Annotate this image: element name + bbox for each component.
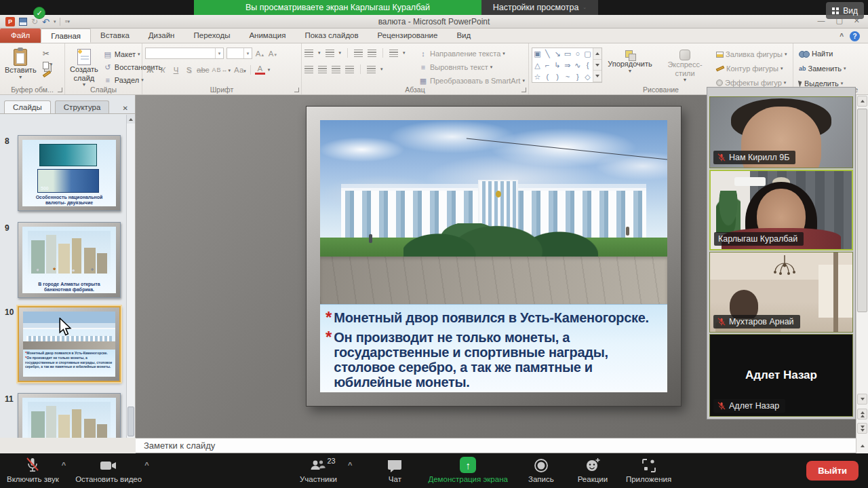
- align-right-icon[interactable]: [332, 66, 340, 73]
- tab-outline[interactable]: Структура: [55, 100, 110, 113]
- line-spacing-icon[interactable]: [389, 50, 398, 57]
- align-center-icon[interactable]: [318, 66, 327, 73]
- shape-icon[interactable]: ▢: [583, 48, 593, 60]
- italic-button[interactable]: К: [158, 66, 168, 74]
- shape-outline-button[interactable]: Контур фигуры▾: [716, 62, 787, 75]
- participants-button[interactable]: 23 Участники: [300, 457, 337, 483]
- align-left-icon[interactable]: [304, 66, 313, 73]
- shape-fill-button[interactable]: Заливка фигуры▾: [716, 48, 787, 60]
- tab-slideshow[interactable]: Показ слайдов: [295, 29, 368, 43]
- shape-icon[interactable]: ⌐: [542, 60, 553, 71]
- view-settings-dropdown[interactable]: Настройки просмотра ⌄: [481, 0, 598, 15]
- vertical-scrollbar[interactable]: [856, 95, 868, 438]
- align-text-button[interactable]: ≡Выровнять текст▾: [418, 61, 525, 73]
- format-painter-icon[interactable]: [43, 71, 51, 77]
- character-spacing-button[interactable]: АВ↔▾: [212, 67, 232, 73]
- gallery-more-button[interactable]: [593, 71, 601, 82]
- shrink-font-button[interactable]: А▼: [268, 50, 278, 58]
- shape-icon[interactable]: (: [542, 71, 553, 82]
- quick-styles-button[interactable]: Экспресс-стили ▼: [658, 46, 712, 89]
- slide-thumbnail-11[interactable]: В городе Алматы открыта банкнотная фабри…: [18, 393, 121, 438]
- leave-meeting-button[interactable]: Выйти: [806, 461, 859, 481]
- ribbon-collapse-icon[interactable]: ^: [840, 33, 844, 40]
- cut-icon[interactable]: ✂: [43, 49, 53, 58]
- tab-transitions[interactable]: Переходы: [184, 29, 239, 43]
- font-name-combobox[interactable]: ▾: [145, 48, 224, 59]
- strikethrough-button[interactable]: abc: [197, 66, 210, 74]
- shape-icon[interactable]: {: [583, 60, 593, 71]
- scroll-down-button[interactable]: [857, 394, 867, 405]
- shape-icon[interactable]: ↳: [553, 60, 563, 71]
- unmute-button[interactable]: Включить звук: [7, 457, 59, 483]
- justify-icon[interactable]: [345, 66, 354, 73]
- slide-thumbnail-9[interactable]: В городе Алматы открыта банкнотная фабри…: [18, 222, 121, 298]
- dialog-launcher-icon[interactable]: [294, 88, 299, 92]
- copy-icon[interactable]: [43, 62, 49, 69]
- scroll-up-button[interactable]: [593, 48, 601, 60]
- notes-scrollbar[interactable]: [856, 438, 868, 453]
- title-bar[interactable]: P ↻ ↶▾ ≡▾ валюта - Microsoft PowerPoint …: [0, 15, 868, 29]
- shape-icon[interactable]: ): [553, 71, 563, 82]
- reactions-button[interactable]: Реакции: [574, 457, 611, 483]
- shape-icon[interactable]: ◇: [583, 71, 593, 82]
- notes-pane[interactable]: Заметки к слайду: [136, 438, 856, 453]
- record-button[interactable]: Запись: [523, 457, 559, 483]
- participants-video-panel[interactable]: Нам Кирилл 9Б Карлыгаш Куралбай Мухтаров…: [707, 87, 856, 419]
- video-options-chevron[interactable]: ^: [144, 461, 149, 469]
- text-direction-button[interactable]: ↕Направление текста▾: [418, 48, 525, 60]
- scroll-up-button[interactable]: [127, 115, 135, 124]
- apps-button[interactable]: Приложения: [626, 457, 671, 483]
- shape-icon[interactable]: ↘: [553, 48, 563, 60]
- current-slide[interactable]: * Монетный двор появился в Усть-Каменого…: [307, 107, 681, 406]
- change-case-button[interactable]: Аа▾: [234, 66, 246, 74]
- find-button[interactable]: Найти: [799, 48, 865, 60]
- new-slide-button[interactable]: Создать слайд ▼: [68, 46, 100, 89]
- video-tile-nam-kirill[interactable]: Нам Кирилл 9Б: [709, 96, 853, 168]
- minimize-button[interactable]: —: [817, 16, 825, 25]
- share-screen-button[interactable]: ↑ Демонстрация экрана: [428, 457, 508, 483]
- video-tile-mukhtarov[interactable]: Мухтаров Арнай: [709, 252, 853, 333]
- numbering-icon[interactable]: [326, 50, 334, 57]
- slides-panel-scrollbar[interactable]: [126, 115, 135, 438]
- tab-file[interactable]: Файл: [0, 29, 41, 43]
- tab-animations[interactable]: Анимация: [239, 29, 295, 43]
- shape-icon[interactable]: ╲: [542, 48, 553, 60]
- shape-icon[interactable]: ⇒: [562, 60, 572, 71]
- video-tile-adlet[interactable]: Адлет Назар Адлет Назар: [709, 334, 853, 417]
- tab-view[interactable]: Вид: [447, 29, 480, 43]
- shape-icon[interactable]: ☆: [532, 71, 542, 82]
- shape-icon[interactable]: }: [572, 71, 583, 82]
- shape-icon[interactable]: ▣: [532, 48, 542, 60]
- increase-indent-icon[interactable]: [368, 50, 376, 57]
- video-tile-karlygash[interactable]: Карлыгаш Куралбай: [709, 170, 853, 250]
- next-slide-button[interactable]: [857, 423, 867, 434]
- close-panel-icon[interactable]: ✕: [120, 103, 131, 113]
- scrollbar-thumb[interactable]: [127, 407, 134, 436]
- grow-font-button[interactable]: А▲: [255, 50, 265, 58]
- bullets-icon[interactable]: [304, 50, 313, 57]
- scroll-up-button[interactable]: [857, 96, 867, 107]
- zoom-view-button[interactable]: Вид: [826, 2, 864, 19]
- shape-icon[interactable]: ∿: [572, 60, 583, 71]
- paste-button[interactable]: Вставить ▼: [3, 46, 39, 81]
- tab-review[interactable]: Рецензирование: [368, 29, 448, 43]
- slide-thumbnail-8[interactable]: 500 Особенность национальной валюты- дву…: [18, 135, 121, 211]
- participants-options-chevron[interactable]: ^: [348, 461, 352, 469]
- slide-text-area[interactable]: * Монетный двор появился в Усть-Каменого…: [320, 304, 667, 392]
- help-icon[interactable]: ?: [850, 31, 860, 41]
- replace-button[interactable]: abЗаменить▾: [799, 62, 865, 75]
- shape-icon[interactable]: ▭: [562, 48, 572, 60]
- tab-slides-thumbnails[interactable]: Слайды: [4, 100, 51, 113]
- tab-insert[interactable]: Вставка: [91, 29, 139, 43]
- stop-video-button[interactable]: Остановить видео: [75, 457, 142, 483]
- font-color-button[interactable]: А: [255, 64, 265, 75]
- chat-button[interactable]: Чат: [376, 457, 413, 483]
- text-shadow-button[interactable]: S: [184, 66, 194, 74]
- shape-icon[interactable]: ○: [572, 48, 583, 60]
- tab-home[interactable]: Главная: [41, 29, 91, 43]
- tab-design[interactable]: Дизайн: [139, 29, 184, 43]
- previous-slide-button[interactable]: [857, 409, 867, 419]
- scroll-down-button[interactable]: [593, 60, 601, 71]
- arrange-button[interactable]: Упорядочить ▼: [606, 46, 654, 89]
- dialog-launcher-icon[interactable]: [521, 88, 526, 92]
